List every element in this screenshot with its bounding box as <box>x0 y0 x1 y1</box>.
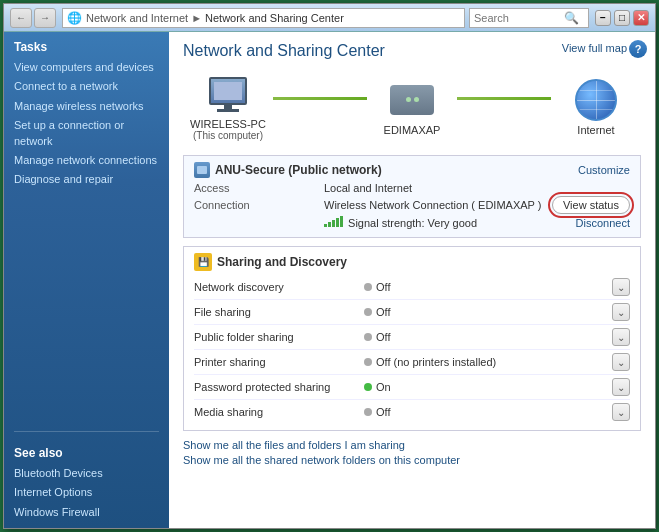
disconnect-link[interactable]: Disconnect <box>576 217 630 229</box>
sidebar-item-diagnose[interactable]: Diagnose and repair <box>14 172 159 187</box>
network-icon-small: 🌐 <box>67 11 82 25</box>
main-window: ← → 🌐 Network and Internet ► Network and… <box>3 3 656 529</box>
address-bar[interactable]: 🌐 Network and Internet ► Network and Sha… <box>62 8 465 28</box>
maximize-button[interactable]: □ <box>614 10 630 26</box>
sidebar-tasks-section: Tasks View computers and devices Connect… <box>4 32 169 196</box>
network-info-section: ANU-Secure (Public network) Customize Ac… <box>183 155 641 238</box>
sharing-status-text-0: Off <box>376 281 390 293</box>
signal-value: Signal strength: Very good <box>324 216 576 229</box>
pc-icon <box>203 72 253 116</box>
connection-label: Connection <box>194 199 324 211</box>
connection-row: Connection Wireless Network Connection (… <box>194 196 630 214</box>
expand-btn-3[interactable]: ⌄ <box>612 353 630 371</box>
sharing-row-label-1: File sharing <box>194 306 364 318</box>
sharing-status-text-2: Off <box>376 331 390 343</box>
access-value: Local and Internet <box>324 182 630 194</box>
router-label: EDIMAXAP <box>384 124 441 136</box>
access-label: Access <box>194 182 324 194</box>
network-diagram: WIRELESS-PC (This computer) ED <box>183 72 641 141</box>
expand-btn-5[interactable]: ⌄ <box>612 403 630 421</box>
sharing-row-status-5: Off <box>364 406 612 418</box>
sidebar-item-windows-firewall[interactable]: Windows Firewall <box>14 505 159 520</box>
expand-btn-2[interactable]: ⌄ <box>612 328 630 346</box>
sharing-row-0: Network discovery Off ⌄ <box>194 275 630 300</box>
globe-icon <box>571 78 621 122</box>
sidebar-item-view-computers[interactable]: View computers and devices <box>14 60 159 75</box>
minimize-button[interactable]: − <box>595 10 611 26</box>
sharing-row-label-0: Network discovery <box>194 281 364 293</box>
network-info-header: ANU-Secure (Public network) Customize <box>194 162 630 178</box>
internet-label: Internet <box>577 124 614 136</box>
content-area: Tasks View computers and devices Connect… <box>4 32 655 528</box>
search-icon: 🔍 <box>564 11 579 25</box>
access-row: Access Local and Internet <box>194 182 630 194</box>
sharing-section: 💾 Sharing and Discovery Network discover… <box>183 246 641 431</box>
bottom-link-0[interactable]: Show me all the files and folders I am s… <box>183 439 641 451</box>
signal-row: Signal strength: Very good Disconnect <box>194 216 630 229</box>
sharing-row-3: Printer sharing Off (no printers install… <box>194 350 630 375</box>
back-button[interactable]: ← <box>10 8 32 28</box>
main-panel: View full map ? Network and Sharing Cent… <box>169 32 655 528</box>
sidebar-item-connect-network[interactable]: Connect to a network <box>14 79 159 94</box>
signal-text: Signal strength: Very good <box>348 217 477 229</box>
close-button[interactable]: ✕ <box>633 10 649 26</box>
sharing-header: 💾 Sharing and Discovery <box>194 253 630 271</box>
sidebar-item-bluetooth[interactable]: Bluetooth Devices <box>14 466 159 481</box>
sharing-row-label-3: Printer sharing <box>194 356 364 368</box>
sharing-row-status-4: On <box>364 381 612 393</box>
sharing-row-5: Media sharing Off ⌄ <box>194 400 630 424</box>
breadcrumb-current: Network and Sharing Center <box>205 12 344 24</box>
sharing-status-text-4: On <box>376 381 391 393</box>
sidebar-seealso-section: See also Bluetooth Devices Internet Opti… <box>4 438 169 528</box>
sidebar-item-manage-connections[interactable]: Manage network connections <box>14 153 159 168</box>
breadcrumb-item: Network and Internet <box>86 12 188 24</box>
expand-btn-4[interactable]: ⌄ <box>612 378 630 396</box>
router-icon <box>387 78 437 122</box>
status-dot-3 <box>364 358 372 366</box>
sidebar-seealso-title: See also <box>14 446 159 460</box>
connection-value: Wireless Network Connection ( EDIMAXAP ) <box>324 199 544 211</box>
sidebar-item-internet-options[interactable]: Internet Options <box>14 485 159 500</box>
view-full-map-link[interactable]: View full map <box>562 42 627 54</box>
sidebar-tasks-title: Tasks <box>14 40 159 54</box>
customize-link[interactable]: Customize <box>578 164 630 176</box>
sharing-row-label-4: Password protected sharing <box>194 381 364 393</box>
expand-btn-1[interactable]: ⌄ <box>612 303 630 321</box>
bottom-links: Show me all the files and folders I am s… <box>183 439 641 466</box>
sharing-status-text-5: Off <box>376 406 390 418</box>
network-item-router: EDIMAXAP <box>367 78 457 136</box>
search-input[interactable] <box>474 12 564 24</box>
view-status-button[interactable]: View status <box>552 196 630 214</box>
help-button[interactable]: ? <box>629 40 647 58</box>
sharing-row-label-2: Public folder sharing <box>194 331 364 343</box>
sharing-row-status-2: Off <box>364 331 612 343</box>
sharing-row-status-3: Off (no printers installed) <box>364 356 612 368</box>
sharing-row-4: Password protected sharing On ⌄ <box>194 375 630 400</box>
pc-sublabel: (This computer) <box>193 130 263 141</box>
search-box[interactable]: 🔍 <box>469 8 589 28</box>
sidebar-item-manage-wireless[interactable]: Manage wireless networks <box>14 99 159 114</box>
expand-btn-0[interactable]: ⌄ <box>612 278 630 296</box>
sharing-status-text-1: Off <box>376 306 390 318</box>
status-dot-2 <box>364 333 372 341</box>
pc-label: WIRELESS-PC <box>190 118 266 130</box>
sharing-icon: 💾 <box>194 253 212 271</box>
status-dot-1 <box>364 308 372 316</box>
nav-arrows: ← → <box>10 8 56 28</box>
network-item-pc: WIRELESS-PC (This computer) <box>183 72 273 141</box>
network-badge-icon <box>194 162 210 178</box>
bottom-link-1[interactable]: Show me all the shared network folders o… <box>183 454 641 466</box>
sidebar-divider <box>14 431 159 432</box>
network-line-2 <box>457 97 551 100</box>
signal-bars-icon <box>324 216 343 227</box>
status-dot-5 <box>364 408 372 416</box>
status-dot-0 <box>364 283 372 291</box>
network-item-internet: Internet <box>551 78 641 136</box>
breadcrumb-arrow: ► <box>191 12 202 24</box>
sharing-status-text-3: Off (no printers installed) <box>376 356 496 368</box>
sidebar-item-setup-connection[interactable]: Set up a connection or network <box>14 118 159 149</box>
sharing-row-label-5: Media sharing <box>194 406 364 418</box>
sharing-row-status-1: Off <box>364 306 612 318</box>
status-dot-4 <box>364 383 372 391</box>
forward-button[interactable]: → <box>34 8 56 28</box>
